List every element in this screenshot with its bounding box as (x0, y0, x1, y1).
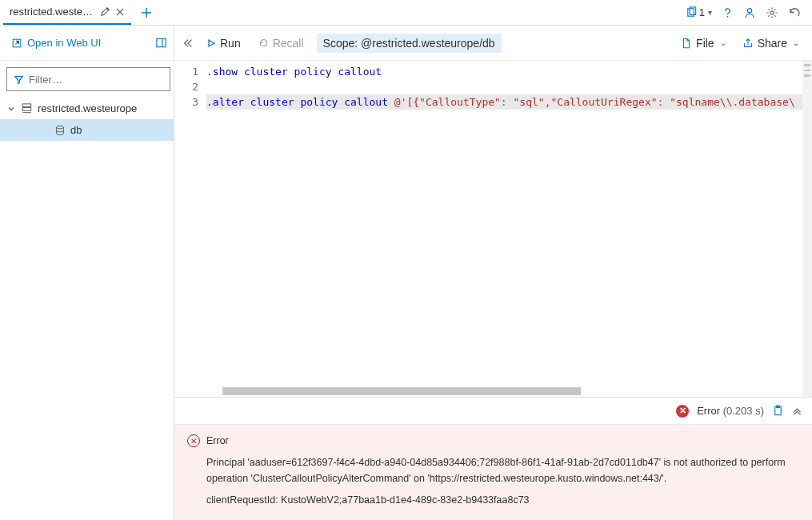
svg-point-4 (770, 10, 774, 14)
recall-label: Recall (273, 37, 304, 50)
panel-icon[interactable] (155, 37, 167, 49)
help-icon[interactable] (722, 6, 734, 18)
open-web-label: Open in Web UI (27, 37, 101, 49)
close-icon[interactable] (115, 7, 125, 17)
tab-title: restricted.westeur… (10, 6, 95, 18)
file-label: File (696, 37, 714, 50)
feedback-icon[interactable] (743, 6, 756, 19)
filter-input-wrap[interactable] (6, 67, 170, 91)
clipboard-icon[interactable] (772, 405, 784, 417)
database-icon (54, 125, 66, 136)
chevrons-up-icon[interactable] (792, 406, 802, 416)
tab-restricted[interactable]: restricted.westeur… (3, 0, 131, 25)
scope-value: @restricted.westeurope/db (361, 37, 495, 50)
line-gutter: 123 (174, 61, 206, 397)
svg-rect-8 (22, 104, 30, 107)
cluster-icon (21, 102, 33, 114)
error-icon: ✕ (187, 434, 200, 447)
chevron-down-icon (6, 105, 16, 113)
cluster-label: restricted.westeurope (38, 102, 137, 114)
share-label: Share (758, 37, 787, 50)
share-menu[interactable]: Share ⌄ (738, 34, 804, 53)
copy-count: 1 (699, 6, 705, 18)
tree-cluster-node[interactable]: restricted.westeurope (0, 98, 174, 119)
filter-input[interactable] (29, 74, 163, 86)
connection-tree: restricted.westeurope db (0, 98, 174, 520)
client-request-id: clientRequestId: KustoWebV2;a77baa1b-d1e… (206, 494, 799, 506)
error-status-icon: ✕ (676, 405, 689, 418)
sidebar: Open in Web UI (0, 26, 174, 520)
work-area: Run Recall Scope: @restricted.westeurope… (174, 26, 812, 520)
db-label: db (70, 124, 82, 136)
error-message: Principal 'aaduser=612f3697-f4c4-4dbd-a9… (206, 455, 799, 486)
svg-rect-9 (22, 108, 30, 111)
error-title: Error (206, 435, 229, 446)
file-icon (681, 38, 692, 49)
code-editor[interactable]: 123 .show cluster policy callout.alter c… (174, 61, 812, 397)
filter-icon (14, 74, 24, 85)
chevron-down-icon: ⌄ (793, 38, 799, 47)
scope-chip[interactable]: Scope: @restricted.westeurope/db (317, 34, 502, 53)
pencil-icon[interactable] (100, 6, 110, 17)
plus-icon[interactable] (136, 7, 157, 18)
tree-db-node[interactable]: db (0, 119, 174, 141)
copy-icon[interactable]: 1 ▾ (686, 6, 712, 18)
tabbar-right-tools: 1 ▾ (686, 6, 809, 19)
query-toolbar: Run Recall Scope: @restricted.westeurope… (174, 26, 812, 61)
recall-icon (258, 38, 269, 48)
chevron-down-icon: ▾ (708, 8, 712, 17)
run-button[interactable]: Run (202, 34, 246, 53)
svg-rect-6 (157, 38, 166, 46)
file-menu[interactable]: File ⌄ (676, 34, 731, 53)
svg-point-3 (747, 8, 751, 12)
tab-bar: restricted.westeur… 1 ▾ (0, 0, 812, 26)
gear-icon[interactable] (766, 6, 778, 19)
undo-icon[interactable] (788, 6, 801, 19)
share-icon (742, 38, 754, 49)
run-label: Run (220, 37, 241, 50)
chevron-down-icon: ⌄ (720, 38, 726, 47)
scope-label: Scope: (323, 37, 358, 50)
horizontal-scrollbar[interactable] (222, 387, 801, 395)
play-icon (206, 38, 216, 48)
status-label: Error (0.203 s) (697, 405, 764, 417)
open-in-web-ui[interactable]: Open in Web UI (6, 34, 106, 52)
svg-point-11 (57, 126, 64, 129)
open-external-icon (11, 38, 22, 49)
results-pane: ✕ Error (0.203 s) ✕ Error (174, 397, 812, 520)
minimap[interactable] (802, 61, 812, 397)
scroll-thumb[interactable] (222, 387, 581, 395)
chevrons-left-icon[interactable] (182, 38, 194, 49)
svg-point-2 (727, 16, 729, 18)
code-area[interactable]: .show cluster policy callout.alter clust… (206, 61, 802, 397)
recall-button[interactable]: Recall (254, 34, 309, 53)
